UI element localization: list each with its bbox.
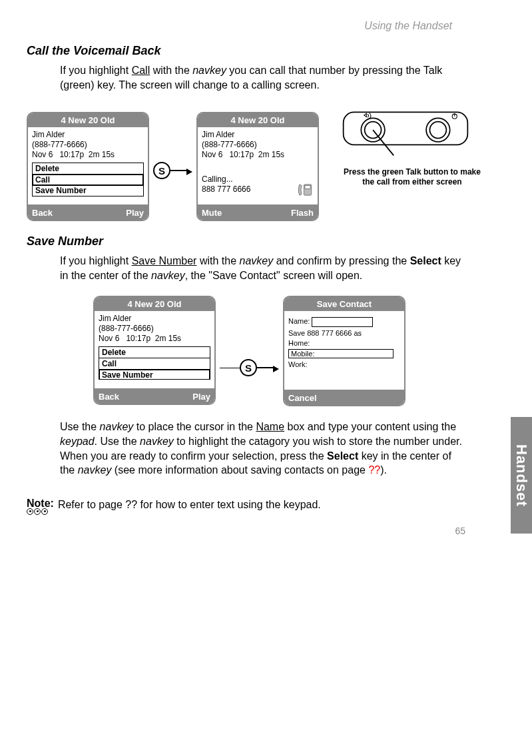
menu-item-call[interactable]: Call	[32, 174, 144, 186]
softkey-mute[interactable]: Mute	[198, 206, 258, 220]
date: Nov 6	[99, 334, 119, 343]
phone-screen-voicemail-menu-2: 4 New 20 Old Jim Alder (888-777-6666) No…	[93, 296, 216, 405]
date: Nov 6	[32, 150, 53, 159]
note-block: Note: Refer to page ?? for how to enter …	[27, 498, 505, 516]
home-label[interactable]: Home:	[288, 339, 400, 347]
call-datetime: Nov 6 10:17p 2m 15s	[32, 150, 144, 160]
options-menu: Delete Call Save Number	[32, 163, 144, 196]
time: 10:17p	[229, 150, 254, 159]
text: If you highlight	[60, 255, 132, 266]
text: box and type your content using the	[284, 421, 456, 432]
svg-rect-1	[305, 186, 310, 189]
duration: 2m 15s	[89, 150, 115, 159]
italic-navkey: navkey	[100, 421, 134, 432]
mobile-option[interactable]: Mobile:	[288, 349, 394, 358]
text: with the	[150, 65, 192, 76]
softkey-back[interactable]: Back	[95, 390, 154, 404]
phone-screen-calling: 4 New 20 Old Jim Alder (888-777-6666) No…	[196, 112, 319, 221]
text: for how to enter text using the keypad.	[137, 499, 321, 510]
caller-name: Jim Alder	[99, 314, 210, 324]
phone-screen-voicemail-menu: 4 New 20 Old Jim Alder (888-777-6666) No…	[27, 112, 149, 221]
running-header: Using the Handset	[27, 20, 452, 32]
name-label: Name:	[288, 318, 310, 326]
missing-ref: ??	[125, 499, 137, 510]
phone-titlebar: 4 New 20 Old	[28, 113, 148, 127]
work-label[interactable]: Work:	[288, 360, 400, 368]
section-title-call-voicemail: Call the Voicemail Back	[27, 44, 505, 58]
name-input[interactable]	[312, 317, 373, 327]
softkey-back[interactable]: Back	[28, 206, 88, 220]
caller-name: Jim Alder	[202, 130, 314, 140]
time: 10:17p	[126, 334, 150, 343]
softkey-play[interactable]: Play	[154, 390, 214, 404]
caller-name: Jim Alder	[32, 130, 144, 140]
text: ).	[380, 464, 387, 476]
caller-number: (888-777-6666)	[32, 140, 144, 150]
italic-navkey: navkey	[239, 255, 273, 266]
options-menu: Delete Call Save Number	[99, 346, 210, 380]
text: and confirm by pressing the	[273, 255, 409, 266]
date: Nov 6	[202, 150, 222, 159]
phone-titlebar: Save Contact	[284, 297, 404, 311]
text: to place the cursor in the	[133, 421, 256, 432]
phone-screen-save-contact: Save Contact Name: Save 888 777 6666 as …	[283, 296, 405, 406]
italic-navkey: navkey	[192, 65, 226, 76]
para-call-voicemail: If you highlight Call with the navkey yo…	[60, 63, 465, 92]
menu-item-save-number[interactable]: Save Number	[99, 369, 210, 380]
note-text: Refer to page ?? for how to enter text u…	[58, 498, 321, 511]
underline-save-number: Save Number	[132, 255, 197, 266]
menu-item-delete[interactable]: Delete	[33, 163, 143, 175]
section-title-save-number: Save Number	[27, 234, 505, 248]
duration: 2m 15s	[155, 334, 181, 343]
italic-navkey: navkey	[140, 436, 174, 447]
italic-navkey: navkey	[78, 464, 112, 476]
para-save-number: If you highlight Save Number with the na…	[60, 254, 465, 282]
handset-illustration: Press the green Talk button to make the …	[339, 109, 485, 187]
text: , the "Save Contact" screen will open.	[185, 270, 363, 281]
figure-row-1: 4 New 20 Old Jim Alder (888-777-6666) No…	[27, 112, 505, 221]
missing-ref: ??	[368, 464, 380, 476]
menu-item-delete[interactable]: Delete	[99, 347, 210, 358]
svg-line-9	[373, 130, 394, 155]
text: . Use the	[95, 436, 140, 447]
underline-name: Name	[256, 421, 284, 432]
text: Use the	[60, 421, 100, 432]
call-datetime: Nov 6 10:17p 2m 15s	[99, 334, 210, 344]
page-number: 65	[27, 526, 465, 536]
text: If you highlight	[60, 65, 132, 76]
softkey-flash[interactable]: Flash	[258, 206, 318, 220]
softkey-empty	[344, 391, 404, 405]
italic-navkey: navkey	[151, 270, 185, 281]
softkey-play[interactable]: Play	[88, 206, 148, 220]
select-arrow: S	[216, 359, 283, 376]
svg-rect-2	[344, 113, 468, 145]
duration: 2m 15s	[258, 150, 284, 159]
svg-point-4	[365, 122, 382, 139]
text: with the	[196, 255, 239, 266]
menu-item-call[interactable]: Call	[99, 358, 210, 370]
italic-keypad: keypad	[60, 436, 95, 447]
phone-handset-icon	[296, 181, 314, 200]
svg-point-6	[429, 122, 446, 139]
time: 10:17p	[59, 150, 84, 159]
text: (see more information about saving conta…	[111, 464, 368, 476]
call-datetime: Nov 6 10:17p 2m 15s	[202, 150, 314, 160]
select-icon: S	[240, 359, 257, 376]
select-arrow: S	[149, 162, 196, 179]
bold-select: Select	[327, 450, 358, 462]
figure-row-2: 4 New 20 Old Jim Alder (888-777-6666) No…	[93, 296, 505, 406]
para-save-instructions: Use the navkey to place the cursor in th…	[60, 420, 465, 477]
softkey-cancel[interactable]: Cancel	[284, 391, 344, 405]
bold-select: Select	[410, 255, 441, 266]
phone-titlebar: 4 New 20 Old	[95, 297, 214, 311]
select-icon: S	[153, 162, 170, 179]
caller-number: (888-777-6666)	[99, 324, 210, 334]
menu-item-save-number[interactable]: Save Number	[33, 185, 143, 196]
illustration-caption: Press the green Talk button to make the …	[339, 167, 485, 187]
save-as-label: Save 888 777 6666 as	[288, 329, 400, 337]
text: Refer to page	[58, 499, 125, 510]
caller-number: (888-777-6666)	[202, 140, 314, 150]
side-tab-handset: Handset	[511, 417, 532, 534]
underline-call: Call	[132, 65, 150, 76]
phone-titlebar: 4 New 20 Old	[198, 113, 318, 127]
